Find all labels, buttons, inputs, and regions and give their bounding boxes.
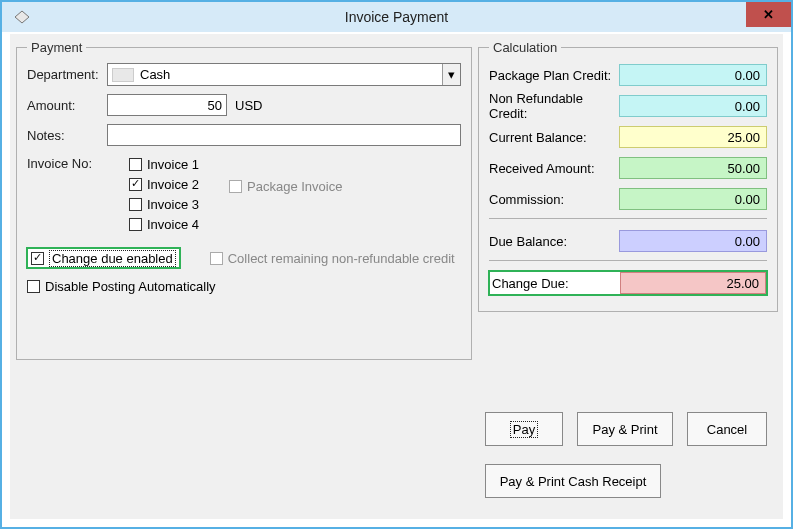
window-title: Invoice Payment	[2, 9, 791, 25]
separator	[489, 218, 767, 219]
invoice-3-checkbox[interactable]: Invoice 3	[129, 194, 199, 214]
invoice-no-label: Invoice No:	[27, 154, 107, 171]
package-plan-credit-label: Package Plan Credit:	[489, 68, 619, 83]
currency-label: USD	[235, 98, 262, 113]
close-button[interactable]: ✕	[746, 2, 791, 27]
pay-print-cash-receipt-label: Pay & Print Cash Receipt	[500, 474, 647, 489]
content-area: Payment Department: Cash ▾ Amount: 50 US…	[10, 34, 783, 519]
app-icon	[2, 10, 42, 24]
invoice-label: Invoice 2	[147, 177, 199, 192]
department-label: Department:	[27, 67, 107, 82]
pay-print-label: Pay & Print	[592, 422, 657, 437]
non-refundable-credit-value: 0.00	[619, 95, 767, 117]
notes-label: Notes:	[27, 128, 107, 143]
invoice-label: Invoice 3	[147, 197, 199, 212]
package-invoice-checkbox: Package Invoice	[229, 176, 342, 196]
amount-input[interactable]: 50	[107, 94, 227, 116]
collect-remaining-label: Collect remaining non-refundable credit	[228, 251, 455, 266]
non-refundable-credit-label: Non Refundable Credit:	[489, 91, 619, 121]
chevron-down-icon: ▾	[442, 64, 460, 85]
pay-print-button[interactable]: Pay & Print	[577, 412, 673, 446]
due-balance-value: 0.00	[619, 230, 767, 252]
received-amount-label: Received Amount:	[489, 161, 619, 176]
invoice-1-checkbox[interactable]: Invoice 1	[129, 154, 199, 174]
due-balance-label: Due Balance:	[489, 234, 619, 249]
change-due-enabled-label: Change due enabled	[49, 250, 176, 267]
department-dropdown[interactable]: Cash ▾	[107, 63, 461, 86]
package-plan-credit-value: 0.00	[619, 64, 767, 86]
package-invoice-label: Package Invoice	[247, 179, 342, 194]
svg-marker-0	[15, 11, 29, 23]
amount-value: 50	[208, 98, 222, 113]
received-amount-value: 50.00	[619, 157, 767, 179]
color-swatch	[112, 68, 134, 82]
invoice-label: Invoice 1	[147, 157, 199, 172]
notes-input[interactable]	[107, 124, 461, 146]
invoice-4-checkbox[interactable]: Invoice 4	[129, 214, 199, 234]
pay-print-cash-receipt-button[interactable]: Pay & Print Cash Receipt	[485, 464, 661, 498]
current-balance-value: 25.00	[619, 126, 767, 148]
pay-label: Pay	[510, 421, 538, 438]
commission-value: 0.00	[619, 188, 767, 210]
change-due-label: Change Due:	[490, 276, 620, 291]
disable-posting-checkbox[interactable]: Disable Posting Automatically	[27, 276, 461, 296]
calculation-legend: Calculation	[489, 40, 561, 55]
commission-label: Commission:	[489, 192, 619, 207]
close-icon: ✕	[763, 7, 774, 22]
change-due-enabled-checkbox[interactable]: Change due enabled	[27, 248, 180, 268]
cancel-button[interactable]: Cancel	[687, 412, 767, 446]
collect-remaining-checkbox: Collect remaining non-refundable credit	[210, 248, 455, 268]
title-bar: Invoice Payment ✕	[2, 2, 791, 32]
disable-posting-label: Disable Posting Automatically	[45, 279, 216, 294]
calculation-group: Calculation Package Plan Credit: 0.00 No…	[478, 40, 778, 312]
amount-label: Amount:	[27, 98, 107, 113]
change-due-value: 25.00	[620, 272, 766, 294]
separator	[489, 260, 767, 261]
payment-group: Payment Department: Cash ▾ Amount: 50 US…	[16, 40, 472, 360]
payment-legend: Payment	[27, 40, 86, 55]
pay-button[interactable]: Pay	[485, 412, 563, 446]
department-value: Cash	[140, 67, 170, 82]
cancel-label: Cancel	[707, 422, 747, 437]
current-balance-label: Current Balance:	[489, 130, 619, 145]
invoice-2-checkbox[interactable]: Invoice 2	[129, 174, 199, 194]
invoice-label: Invoice 4	[147, 217, 199, 232]
